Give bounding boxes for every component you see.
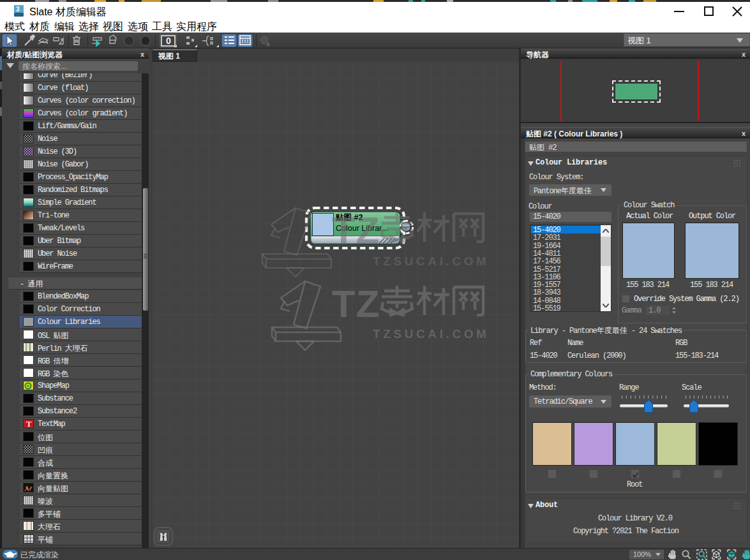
svg-text:TZSUCAI.COM: TZSUCAI.COM xyxy=(373,327,490,341)
svg-text:0: 0 xyxy=(166,36,171,46)
svg-text:TZSUCAI.COM: TZSUCAI.COM xyxy=(373,254,490,268)
svg-text:TZ: TZ xyxy=(332,283,380,325)
svg-text:TZ: TZ xyxy=(332,209,380,252)
